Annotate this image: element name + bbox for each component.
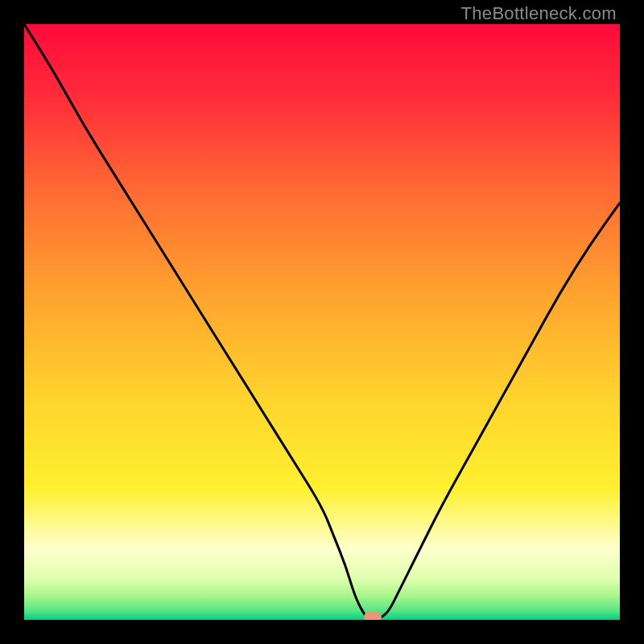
bottleneck-curve (24, 24, 620, 620)
watermark-text: TheBottleneck.com (461, 3, 617, 24)
optimal-marker (364, 612, 382, 620)
chart-frame: TheBottleneck.com (0, 0, 644, 644)
plot-area (24, 24, 620, 620)
